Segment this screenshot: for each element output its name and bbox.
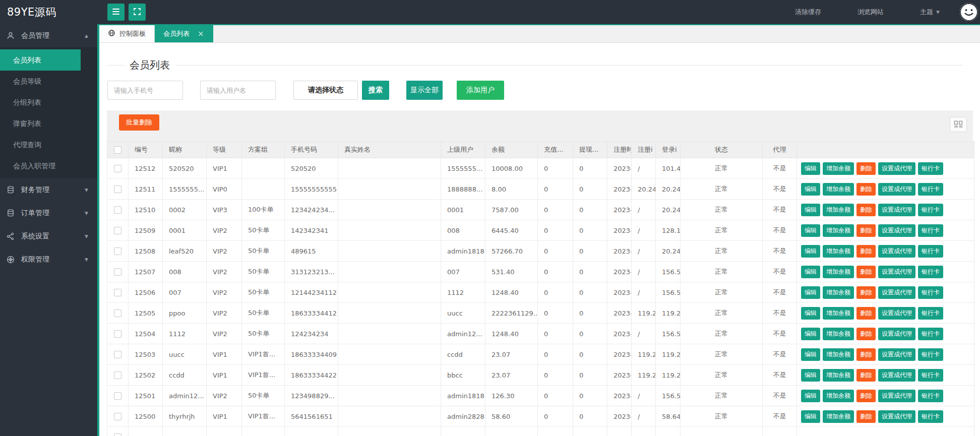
- sidebar-item[interactable]: 分组列表: [0, 92, 97, 113]
- edit-button[interactable]: 编辑: [801, 286, 820, 299]
- set-agent-button[interactable]: 设置成代理: [878, 410, 915, 423]
- row-checkbox[interactable]: [114, 309, 121, 317]
- set-agent-button[interactable]: 设置成代理: [878, 183, 915, 196]
- bank-card-button[interactable]: 银行卡: [918, 266, 943, 278]
- row-checkbox[interactable]: [114, 185, 121, 193]
- set-agent-button[interactable]: 设置成代理: [878, 245, 915, 258]
- tab-dashboard[interactable]: 控制面板: [99, 25, 155, 42]
- delete-button[interactable]: 删除: [856, 204, 876, 216]
- set-agent-button[interactable]: 设置成代理: [878, 286, 915, 299]
- bank-card-button[interactable]: 银行卡: [918, 328, 943, 340]
- row-checkbox[interactable]: [114, 289, 121, 296]
- add-balance-button[interactable]: 增加余额: [823, 245, 854, 258]
- set-agent-button[interactable]: 设置成代理: [878, 369, 915, 382]
- row-checkbox[interactable]: [114, 268, 121, 276]
- edit-button[interactable]: 编辑: [801, 204, 820, 216]
- set-agent-button[interactable]: 设置成代理: [878, 224, 915, 237]
- add-user-button[interactable]: 添加用户: [457, 81, 504, 100]
- row-checkbox[interactable]: [114, 165, 121, 172]
- edit-button[interactable]: 编辑: [801, 307, 820, 320]
- bank-card-button[interactable]: 银行卡: [918, 224, 943, 237]
- sidebar-section-finance-mgmt[interactable]: 财务管理 ▼: [0, 178, 97, 202]
- search-button[interactable]: 搜索: [362, 81, 389, 100]
- edit-button[interactable]: 编辑: [801, 183, 820, 196]
- username-input[interactable]: [200, 81, 276, 100]
- bank-card-button[interactable]: 银行卡: [918, 307, 943, 320]
- delete-button[interactable]: 删除: [856, 348, 876, 361]
- phone-input[interactable]: [107, 81, 183, 100]
- set-agent-button[interactable]: 设置成代理: [878, 390, 915, 402]
- set-agent-button[interactable]: 设置成代理: [878, 307, 915, 320]
- delete-button[interactable]: 删除: [856, 245, 876, 258]
- add-balance-button[interactable]: 增加余额: [823, 286, 854, 299]
- edit-button[interactable]: 编辑: [801, 266, 820, 278]
- set-agent-button[interactable]: 设置成代理: [878, 328, 915, 340]
- sidebar-toggle-button[interactable]: [107, 4, 125, 21]
- delete-button[interactable]: 删除: [856, 286, 876, 299]
- sidebar-item[interactable]: 会员入职管理: [0, 155, 97, 176]
- delete-button[interactable]: 删除: [856, 328, 876, 340]
- tab-member-list[interactable]: 会员列表 ×: [155, 25, 213, 42]
- edit-button[interactable]: 编辑: [801, 245, 820, 258]
- row-checkbox[interactable]: [114, 227, 121, 234]
- sidebar-section-system-settings[interactable]: 系统设置 ▼: [0, 225, 97, 248]
- row-checkbox[interactable]: [114, 206, 121, 214]
- row-checkbox[interactable]: [114, 351, 121, 358]
- user-avatar[interactable]: [960, 3, 978, 21]
- row-checkbox[interactable]: [114, 247, 121, 255]
- add-balance-button[interactable]: 增加余额: [823, 348, 854, 361]
- set-agent-button[interactable]: 设置成代理: [878, 162, 915, 175]
- row-checkbox[interactable]: [114, 392, 121, 400]
- row-checkbox[interactable]: [114, 433, 121, 436]
- bank-card-button[interactable]: 银行卡: [918, 369, 943, 382]
- sidebar-section-member-mgmt[interactable]: 会员管理 ▲: [0, 24, 97, 47]
- bank-card-button[interactable]: 银行卡: [918, 183, 943, 196]
- bank-card-button[interactable]: 银行卡: [918, 162, 943, 175]
- row-checkbox[interactable]: [114, 330, 121, 338]
- edit-button[interactable]: 编辑: [801, 348, 820, 361]
- sidebar-item[interactable]: 弹窗列表: [0, 113, 97, 134]
- theme-dropdown[interactable]: 主题 ▼: [920, 8, 940, 17]
- edit-button[interactable]: 编辑: [801, 328, 820, 340]
- delete-button[interactable]: 删除: [856, 162, 876, 175]
- bank-card-button[interactable]: 银行卡: [918, 204, 943, 216]
- delete-button[interactable]: 删除: [856, 183, 876, 196]
- delete-button[interactable]: 删除: [856, 224, 876, 237]
- close-icon[interactable]: ×: [198, 29, 204, 38]
- sidebar-section-permission-mgmt[interactable]: 权限管理 ▼: [0, 248, 97, 271]
- bank-card-button[interactable]: 银行卡: [918, 286, 943, 299]
- add-balance-button[interactable]: 增加余额: [823, 307, 854, 320]
- status-select-button[interactable]: 请选择状态: [293, 81, 358, 100]
- show-all-button[interactable]: 显示全部: [406, 81, 443, 100]
- set-agent-button[interactable]: 设置成代理: [878, 204, 915, 216]
- edit-button[interactable]: 编辑: [801, 369, 820, 382]
- set-agent-button[interactable]: 设置成代理: [878, 266, 915, 278]
- clear-cache-link[interactable]: 清除缓存: [795, 8, 821, 17]
- bank-card-button[interactable]: 银行卡: [918, 410, 943, 423]
- edit-button[interactable]: 编辑: [801, 390, 820, 402]
- browse-site-link[interactable]: 浏览网站: [858, 8, 884, 17]
- bank-card-button[interactable]: 银行卡: [918, 245, 943, 258]
- edit-button[interactable]: 编辑: [801, 410, 820, 423]
- sidebar-item[interactable]: 代理查询: [0, 134, 97, 155]
- add-balance-button[interactable]: 增加余额: [823, 410, 854, 423]
- set-agent-button[interactable]: 设置成代理: [878, 348, 915, 361]
- add-balance-button[interactable]: 增加余额: [823, 390, 854, 402]
- delete-button[interactable]: 删除: [856, 390, 876, 402]
- sidebar-item[interactable]: 会员等级: [0, 71, 97, 92]
- add-balance-button[interactable]: 增加余额: [823, 328, 854, 340]
- batch-delete-button[interactable]: 批量删除: [119, 114, 159, 131]
- select-all-checkbox[interactable]: [114, 146, 121, 154]
- bank-card-button[interactable]: 银行卡: [918, 348, 943, 361]
- edit-button[interactable]: 编辑: [801, 162, 820, 175]
- delete-button[interactable]: 删除: [856, 410, 876, 423]
- add-balance-button[interactable]: 增加余额: [823, 183, 854, 196]
- sidebar-item[interactable]: 会员列表: [0, 49, 81, 71]
- sidebar-section-order-mgmt[interactable]: 订单管理 ▼: [0, 202, 97, 225]
- delete-button[interactable]: 删除: [856, 369, 876, 382]
- delete-button[interactable]: 删除: [856, 266, 876, 278]
- fullscreen-button[interactable]: [129, 4, 146, 21]
- column-settings-button[interactable]: [950, 117, 967, 132]
- edit-button[interactable]: 编辑: [801, 224, 820, 237]
- add-balance-button[interactable]: 增加余额: [823, 266, 854, 278]
